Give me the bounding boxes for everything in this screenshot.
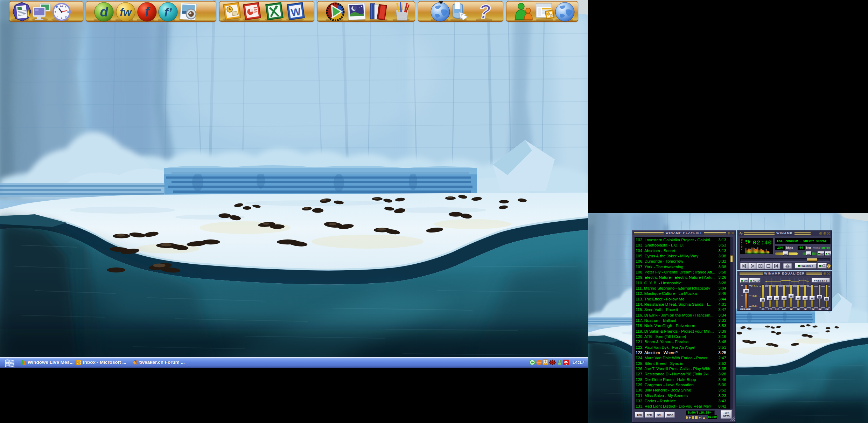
- svg-text:3: 3: [67, 11, 69, 14]
- svg-text:7: 7: [56, 15, 58, 18]
- svg-text:1: 1: [65, 6, 67, 9]
- svg-text:W: W: [290, 6, 302, 19]
- svg-text:f’: f’: [164, 6, 172, 19]
- svg-text:6: 6: [61, 17, 63, 20]
- svg-text:fw: fw: [120, 6, 132, 18]
- svg-text:?: ?: [479, 0, 491, 22]
- svg-text:5: 5: [65, 15, 67, 18]
- svg-text:11: 11: [56, 6, 59, 9]
- svg-text:d: d: [100, 5, 108, 19]
- svg-text:12: 12: [60, 4, 63, 7]
- svg-text:9: 9: [55, 11, 56, 14]
